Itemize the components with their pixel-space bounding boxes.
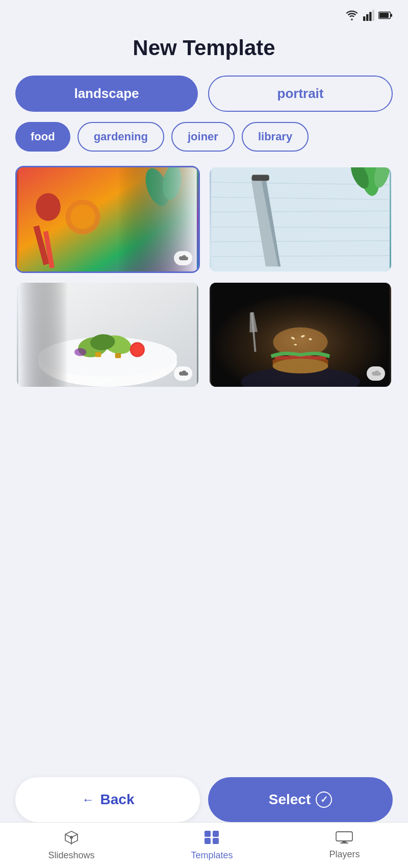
category-row: food gardening joiner library [0, 122, 408, 152]
svg-point-38 [132, 343, 143, 355]
empty-space [0, 404, 408, 638]
fruits-svg [17, 167, 198, 271]
chip-library[interactable]: library [242, 122, 309, 152]
svg-rect-1 [366, 14, 368, 21]
svg-rect-26 [252, 175, 269, 181]
salad-svg [17, 283, 198, 387]
template-card-2[interactable] [208, 166, 393, 273]
chip-food[interactable]: food [15, 122, 70, 152]
svg-point-57 [70, 836, 73, 839]
card-image-4 [210, 283, 391, 387]
template-grid [0, 166, 408, 388]
templates-icon [204, 830, 219, 848]
svg-rect-62 [336, 832, 352, 841]
card-image-3 [17, 283, 198, 387]
players-icon [336, 831, 353, 847]
slideshows-label: Slideshows [48, 850, 94, 861]
cloud-icon-4 [367, 366, 385, 381]
card-image-2 [210, 167, 391, 271]
svg-rect-58 [205, 831, 211, 837]
svg-point-41 [74, 348, 86, 356]
arrow-left-icon: ← [81, 792, 95, 807]
nav-item-slideshows[interactable]: Slideshows [48, 830, 94, 861]
templates-label: Templates [191, 850, 233, 861]
template-card-1[interactable] [15, 166, 200, 273]
signal-icon [363, 10, 374, 21]
card-image-1 [17, 167, 198, 271]
cloud-icon-3 [174, 366, 192, 381]
wifi-icon [345, 10, 359, 21]
svg-rect-60 [205, 838, 211, 844]
battery-icon [378, 11, 393, 20]
cloud-icon-1 [174, 251, 192, 265]
svg-rect-39 [95, 352, 101, 357]
bottom-nav: Slideshows Templates Players [0, 822, 408, 868]
svg-rect-6 [391, 14, 392, 17]
back-button[interactable]: ← Back [15, 777, 200, 822]
status-icons [345, 10, 393, 21]
svg-rect-40 [115, 353, 121, 358]
template-card-3[interactable] [15, 281, 200, 388]
select-button[interactable]: Select ✓ [208, 777, 393, 822]
svg-point-10 [70, 205, 95, 230]
slideshows-icon [63, 830, 80, 848]
svg-rect-64 [340, 842, 348, 844]
svg-rect-0 [363, 16, 365, 21]
svg-rect-3 [372, 10, 374, 21]
nav-item-templates[interactable]: Templates [191, 830, 233, 861]
portrait-button[interactable]: portrait [208, 76, 393, 112]
svg-rect-2 [369, 12, 371, 21]
svg-rect-61 [213, 838, 219, 844]
knife-svg [210, 167, 391, 271]
svg-rect-56 [211, 283, 390, 387]
svg-point-8 [36, 193, 61, 221]
svg-rect-42 [18, 283, 68, 387]
chip-joiner[interactable]: joiner [171, 122, 235, 152]
select-label: Select [269, 791, 311, 808]
svg-rect-59 [213, 831, 219, 837]
nav-item-players[interactable]: Players [329, 831, 360, 860]
burger-svg [210, 283, 391, 387]
back-label: Back [100, 791, 135, 808]
landscape-button[interactable]: landscape [15, 76, 198, 112]
players-label: Players [329, 849, 360, 860]
chip-gardening[interactable]: gardening [78, 122, 164, 152]
svg-rect-5 [379, 13, 389, 18]
status-bar [0, 0, 408, 31]
template-card-4[interactable] [208, 281, 393, 388]
orientation-row: landscape portrait [0, 76, 408, 112]
action-bar: ← Back Select ✓ [0, 777, 408, 822]
check-icon: ✓ [316, 791, 332, 808]
page-title: New Template [0, 36, 408, 60]
